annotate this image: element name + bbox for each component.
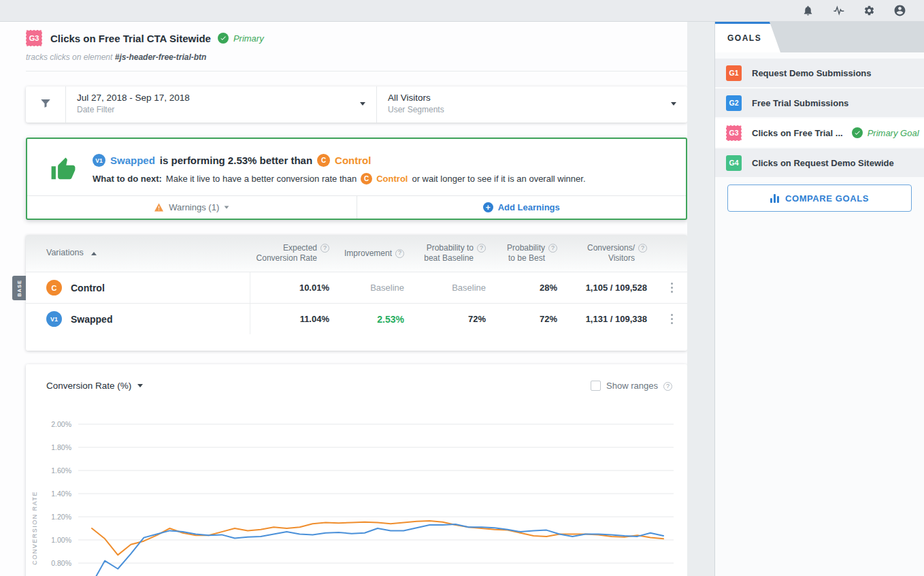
conversions-visitors-value: 1,105 / 109,528 (567, 283, 657, 293)
variations-table: Variations Expected Conversion Rate? Imp… (26, 235, 687, 351)
help-icon[interactable]: ? (395, 249, 404, 258)
segments-dropdown[interactable]: All Visitors User Segments (377, 86, 687, 123)
compare-goals-button[interactable]: COMPARE GOALS (727, 185, 912, 212)
table-header-row: Variations Expected Conversion Rate? Imp… (26, 235, 687, 272)
sidebar-item-goal-g1[interactable]: G1 Request Demo Submissions (715, 59, 924, 87)
goal-label: Clicks on Free Trial ... (752, 128, 843, 138)
control-badge: C (361, 173, 372, 185)
add-learnings-button[interactable]: + Add Learnings (357, 196, 687, 219)
variation-name: Swapped (110, 155, 155, 166)
chevron-down-icon (360, 102, 365, 106)
metric-dropdown[interactable]: Conversion Rate (%) (46, 381, 143, 391)
bar-chart-icon (770, 194, 779, 203)
variation-name: Swapped (71, 314, 112, 325)
svg-text:1.80%: 1.80% (51, 443, 71, 451)
control-name: Control (335, 155, 371, 166)
table-row-control[interactable]: BASE C Control 10.01% Baseline Baseline … (26, 272, 687, 303)
base-variation-tag: BASE (12, 276, 26, 300)
probability-to-be-best-value: 28% (495, 283, 567, 293)
goal-label: Free Trial Submissions (752, 98, 848, 108)
insight-headline-text: is performing 2.53% better than (160, 155, 312, 166)
date-filter-dropdown[interactable]: Jul 27, 2018 - Sep 17, 2018 Date Filter (66, 86, 377, 123)
tracking-selector: #js-header-free-trial-btn (115, 52, 207, 62)
help-icon[interactable]: ? (548, 244, 557, 253)
y-axis-title: CONVERSION RATE (31, 466, 38, 576)
warnings-label: Warnings (1) (169, 202, 219, 212)
primary-check-icon (852, 127, 863, 138)
primary-goal-label: Primary Goal (868, 128, 919, 138)
column-probability-beat-baseline: Probability to beat Baseline? (414, 243, 495, 263)
goal-label: Request Demo Submissions (752, 68, 872, 78)
variation-badge: V1 (93, 154, 105, 167)
primary-check-icon (218, 33, 229, 44)
improvement-value: 2.53% (339, 314, 414, 325)
svg-text:1.00%: 1.00% (51, 536, 71, 544)
control-badge: C (46, 280, 62, 295)
goal-badge: G3 (726, 125, 742, 141)
insight-card: V1 Swapped is performing 2.53% better th… (26, 138, 687, 220)
column-probability-to-be-best: Probability to be Best? (495, 243, 567, 263)
warning-icon (154, 203, 164, 212)
insight-headline: V1 Swapped is performing 2.53% better th… (93, 154, 672, 167)
svg-text:1.60%: 1.60% (51, 466, 71, 475)
bell-icon[interactable] (802, 5, 814, 16)
filter-bar: Jul 27, 2018 - Sep 17, 2018 Date Filter … (26, 86, 687, 123)
conversion-rate-chart: 2.00%1.80%1.60%1.40%1.20%1.00%0.80% (26, 364, 687, 576)
filter-funnel-button[interactable] (26, 86, 66, 123)
column-conversions-visitors: Conversions/ Visitors? (567, 243, 657, 263)
user-avatar-icon[interactable] (893, 4, 906, 17)
date-filter-label: Date Filter (77, 105, 365, 114)
next-step-label: What to do next: (93, 174, 162, 184)
help-icon[interactable]: ? (638, 244, 647, 253)
metric-label: Conversion Rate (%) (46, 381, 131, 391)
control-badge: C (317, 154, 330, 167)
goal-header: G3 Clicks on Free Trial CTA Sitewide Pri… (26, 30, 687, 62)
sidebar-header: GOALS (715, 22, 924, 52)
help-icon[interactable]: ? (320, 244, 329, 253)
svg-text:1.40%: 1.40% (51, 490, 71, 498)
sort-ascending-icon (91, 252, 97, 255)
sidebar-item-goal-g2[interactable]: G2 Free Trial Submissions (715, 89, 924, 117)
gear-icon[interactable] (863, 5, 875, 16)
probability-to-be-best-value: 72% (495, 314, 567, 324)
warnings-toggle[interactable]: Warnings (1) (27, 196, 357, 219)
probability-beat-baseline-value: 72% (414, 314, 495, 324)
row-menu-button[interactable] (671, 283, 674, 293)
help-icon[interactable]: ? (663, 382, 672, 391)
tracking-description: tracks clicks on element (26, 52, 112, 62)
sidebar-item-goal-g3[interactable]: G3 Clicks on Free Trial ... Primary Goal (715, 118, 924, 147)
thumbs-up-icon (50, 154, 93, 185)
variation-name: Control (71, 283, 105, 293)
activity-icon[interactable] (832, 5, 845, 16)
column-improvement: Improvement? (339, 249, 414, 259)
goal-badge: G1 (726, 65, 742, 81)
compare-goals-label: COMPARE GOALS (785, 193, 869, 204)
sidebar-item-goal-g4[interactable]: G4 Clicks on Request Demo Sitewide (715, 148, 924, 177)
show-ranges-label: Show ranges (606, 381, 658, 391)
goal-badge: G4 (726, 155, 742, 171)
insight-next-step: What to do next: Make it live to have a … (93, 173, 672, 185)
chevron-down-icon (137, 384, 143, 387)
header-divider (26, 71, 687, 71)
chevron-down-icon (225, 206, 229, 208)
plus-icon: + (483, 202, 493, 212)
top-bar (0, 0, 924, 22)
funnel-icon (39, 97, 52, 112)
goal-badge: G2 (726, 95, 742, 111)
column-expected-conversion-rate: Expected Conversion Rate? (250, 243, 339, 263)
goals-sidebar: GOALS G1 Request Demo Submissions G2 Fre… (714, 22, 924, 576)
probability-beat-baseline-value: Baseline (414, 283, 495, 293)
control-name: Control (376, 174, 408, 184)
svg-text:0.80%: 0.80% (51, 559, 71, 567)
help-icon[interactable]: ? (477, 244, 486, 253)
column-variations[interactable]: Variations (26, 248, 250, 259)
conversions-visitors-value: 1,131 / 109,338 (567, 314, 657, 324)
svg-text:2.00%: 2.00% (51, 420, 71, 428)
show-ranges-checkbox[interactable] (591, 381, 601, 391)
next-step-text-1: Make it live to have a better conversion… (166, 174, 357, 184)
row-menu-button[interactable] (671, 314, 674, 325)
chart-card: Conversion Rate (%) Show ranges ? CONVER… (26, 364, 687, 576)
goal-badge: G3 (26, 30, 42, 46)
tab-goals[interactable]: GOALS (715, 22, 780, 52)
table-row-swapped[interactable]: V1 Swapped 11.04% 2.53% 72% 72% 1,131 / … (26, 303, 687, 334)
